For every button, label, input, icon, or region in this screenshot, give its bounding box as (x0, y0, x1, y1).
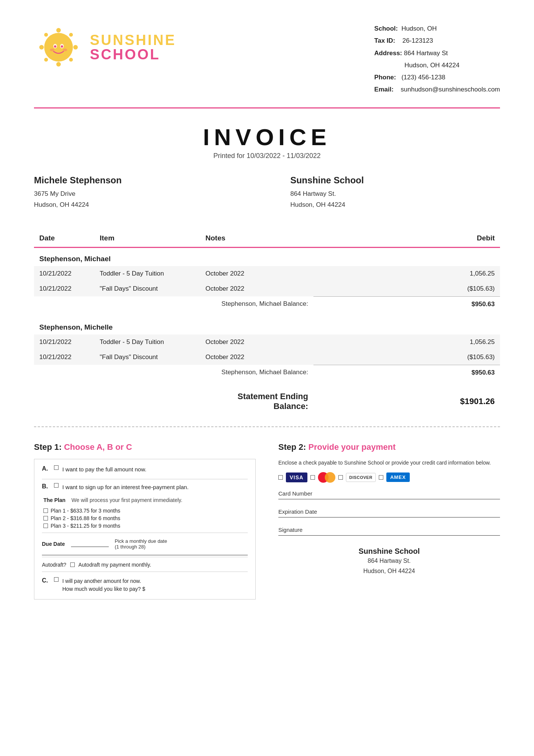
billing-to: Sunshine School 864 Hartway St. Hudson, … (290, 175, 500, 211)
sun-logo-icon (34, 23, 83, 72)
logo-school-text: SCHOOL (90, 47, 176, 62)
svg-point-1 (56, 28, 61, 33)
address-label: Address: (374, 50, 402, 57)
table-row: 10/21/2022 Toddler - 5 Day Tuition Octob… (34, 266, 500, 281)
plan-desc: We will process your first payment immed… (71, 497, 182, 503)
option-c-checkbox[interactable] (54, 577, 59, 582)
visa-checkbox[interactable] (278, 475, 283, 480)
option-b-label: B. (42, 483, 50, 490)
option-c-row: C. I will pay another amount for now. Ho… (42, 577, 248, 593)
visa-icon: VISA (286, 472, 307, 482)
due-date-desc2: (1 through 28) (115, 544, 167, 550)
autodraft-label: Autodraft? (42, 562, 66, 568)
svg-point-3 (39, 45, 44, 50)
due-date-info: Pick a monthly due date (1 through 28) (115, 538, 167, 550)
step1-section: Step 1: Choose A, B or C A. I want to pa… (34, 442, 256, 600)
school-info: School: Hudson, OH Tax ID: 26-123123 Add… (374, 23, 500, 96)
invoice-title: INVOICE (34, 124, 500, 150)
plan-options: The Plan We will process your first paym… (43, 497, 248, 529)
footer-school-addr: 864 Hartway St. Hudson, OH 44224 (278, 556, 500, 576)
autodraft-checkbox[interactable] (70, 562, 75, 567)
phone-label: Phone: (374, 74, 396, 81)
signature-label: Signature (278, 527, 500, 533)
section-header-michelle: Stephenson, Michelle (34, 316, 500, 335)
card-icons: VISA DISCOVER AMEX (278, 472, 500, 483)
payment-options-box: A. I want to pay the full amount now. B.… (34, 459, 256, 600)
spacer (34, 380, 500, 385)
invoice-table: Date Item Notes Debit Stephenson, Michae… (34, 229, 500, 415)
plan-divider (42, 533, 248, 533)
step1-colored-label: Choose A, B or C (64, 442, 132, 452)
option-b-text: I want to sign up for an interest free-p… (62, 483, 188, 492)
table-row: 10/21/2022 "Fall Days" Discount October … (34, 350, 500, 365)
svg-point-9 (46, 34, 71, 60)
col-notes: Notes (200, 229, 313, 248)
col-debit: Debit (313, 229, 500, 248)
due-date-desc1: Pick a monthly due date (115, 538, 167, 544)
statement-balance-row: Statement Ending Balance: $1901.26 (34, 385, 500, 415)
col-date: Date (34, 229, 94, 248)
card-number-field: Card Number (278, 490, 500, 499)
option-b-row: B. I want to sign up for an interest fre… (42, 483, 248, 492)
svg-point-6 (69, 58, 73, 62)
plan-item-1: Plan 1 - $633.75 for 3 months (43, 508, 248, 514)
logo-area: SUNSHINE SCHOOL (34, 23, 176, 72)
card-number-label: Card Number (278, 490, 500, 497)
invoice-period: Printed for 10/03/2022 - 11/03/2022 (34, 152, 500, 160)
expiration-field: Expiration Date (278, 508, 500, 517)
plan3-checkbox[interactable] (43, 524, 48, 528)
svg-point-4 (73, 45, 78, 50)
step2-heading: Step 2: Provide your payment (278, 442, 500, 452)
expiration-label: Expiration Date (278, 508, 500, 515)
option-a-checkbox[interactable] (54, 465, 59, 470)
signature-field: Signature (278, 527, 500, 536)
svg-point-7 (69, 33, 73, 37)
option-c-text: I will pay another amount for now. How m… (62, 577, 145, 593)
option-divider (42, 479, 248, 479)
school-location: Hudson, OH (401, 25, 437, 32)
option-a-text: I want to pay the full amount now. (62, 465, 147, 474)
client-name: Michele Stephenson (34, 175, 244, 186)
footer-school-name: Sunshine School (278, 547, 500, 556)
svg-point-5 (44, 33, 48, 37)
school-label: School: (374, 25, 398, 32)
balance-row-michael: Stephenson, Michael Balance: $950.63 (34, 296, 500, 312)
discover-checkbox[interactable] (338, 475, 343, 480)
plan2-checkbox[interactable] (43, 516, 48, 521)
option-c-label: C. (42, 577, 50, 584)
plan1-text: Plan 1 - $633.75 for 3 months (51, 508, 120, 514)
plan2-text: Plan 2 - $316.88 for 6 months (51, 515, 120, 521)
due-date-field[interactable] (71, 541, 109, 547)
option-b-checkbox[interactable] (54, 483, 59, 488)
svg-point-12 (54, 45, 56, 48)
section-divider (34, 426, 500, 427)
option-a-row: A. I want to pay the full amount now. (42, 465, 248, 474)
plan-label: The Plan (43, 497, 65, 503)
autodraft-divider (42, 572, 248, 572)
spacer (34, 312, 500, 316)
step1-label: Step 1: (34, 442, 62, 452)
card-number-line (278, 499, 500, 499)
email-label: Email: (374, 86, 394, 93)
table-row: 10/21/2022 "Fall Days" Discount October … (34, 281, 500, 297)
step2-section: Step 2: Provide your payment Enclose a c… (278, 442, 500, 576)
school-billing-name: Sunshine School (290, 175, 500, 186)
discover-icon: DISCOVER (346, 473, 376, 482)
plan-item-3: Plan 3 - $211.25 for 9 months (43, 523, 248, 529)
signature-line (278, 535, 500, 536)
due-date-underline (42, 555, 248, 555)
svg-point-15 (63, 49, 67, 51)
school-billing-address: 864 Hartway St. Hudson, OH 44224 (290, 189, 500, 211)
svg-point-2 (56, 62, 61, 67)
plan1-checkbox[interactable] (43, 508, 48, 513)
amex-icon: AMEX (386, 472, 410, 482)
school-addr2: Hudson, OH 44224 (404, 62, 460, 69)
school-email: sunhudson@sunshineschools.com (401, 86, 500, 93)
col-item: Item (94, 229, 200, 248)
step2-colored-label: Provide your payment (308, 442, 395, 452)
logo-sunshine-text: SUNSHINE (90, 33, 176, 47)
step2-desc: Enclose a check payable to Sunshine Scho… (278, 459, 500, 467)
mc-checkbox[interactable] (310, 475, 315, 480)
amex-checkbox[interactable] (379, 475, 383, 480)
step2-label: Step 2: (278, 442, 306, 452)
